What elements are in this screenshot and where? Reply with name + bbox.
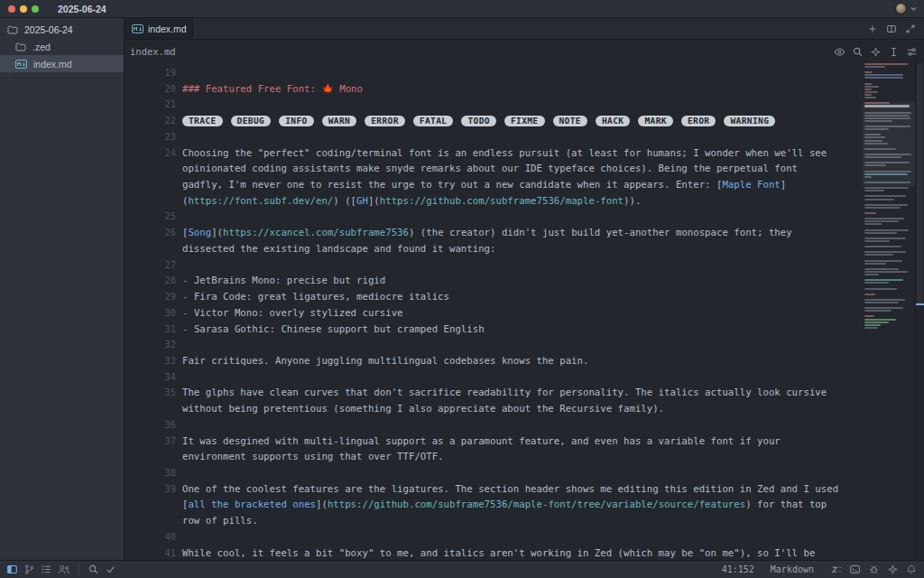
project-panel-toggle-icon[interactable] xyxy=(6,564,18,575)
editor-line[interactable]: 32 xyxy=(125,337,863,353)
sidebar-item-index-md[interactable]: index.md xyxy=(0,55,124,72)
editor-line[interactable]: 34 xyxy=(125,369,863,386)
editor-line[interactable]: gadfly, I'm never one to resist the urge… xyxy=(125,177,863,193)
tag-pill: TODO xyxy=(461,116,495,127)
cursor-position[interactable]: 41:152 xyxy=(722,564,754,574)
line-content: It was desgined with multi-lingual suppo… xyxy=(182,434,781,450)
editor-buffer[interactable]: 1920### Featured Free Font: 🍁 Mono2122TR… xyxy=(125,63,863,560)
editor-line[interactable]: 24Choosing the "perfect" coding/terminal… xyxy=(125,145,863,162)
editor-line[interactable]: 30- Victor Mono: overly stylized cursive xyxy=(125,305,863,322)
terminal-panel-icon[interactable] xyxy=(849,564,861,575)
editor-line[interactable]: 28- JetBrains Mono: precise but rigid xyxy=(125,273,863,289)
minimap[interactable] xyxy=(863,58,915,560)
editor-line[interactable]: 36 xyxy=(125,417,863,434)
minimap-line xyxy=(864,199,894,200)
editor-line[interactable]: 20### Featured Free Font: 🍁 Mono xyxy=(125,81,863,98)
line-number: 22 xyxy=(125,113,176,129)
editor-lines: 1920### Featured Free Font: 🍁 Mono2122TR… xyxy=(125,65,863,560)
inline-assist-sparkle-icon[interactable] xyxy=(870,46,882,58)
editor-line[interactable]: 27 xyxy=(125,257,863,274)
editor-line[interactable]: (https://font.subf.dev/en/) ([GH](https:… xyxy=(125,193,863,210)
project-title[interactable]: 2025-06-24 xyxy=(58,4,106,14)
zoom-window-button[interactable] xyxy=(32,5,39,13)
scrollbar-cursor-marker xyxy=(916,303,924,305)
close-window-button[interactable] xyxy=(8,5,15,13)
editor-line[interactable]: row of pills. xyxy=(125,513,863,529)
minimap-line xyxy=(864,260,902,262)
outline-panel-icon[interactable] xyxy=(41,564,52,575)
notification-bell-icon[interactable] xyxy=(906,564,917,575)
line-number xyxy=(125,449,176,465)
line-content: dissected the existing landscape and fou… xyxy=(182,241,495,257)
editor-line[interactable]: 26[Song](https://xcancel.com/subframe753… xyxy=(125,225,863,241)
chevron-down-icon[interactable] xyxy=(910,5,918,13)
editor-line[interactable]: 21 xyxy=(125,97,863,113)
minimap-line xyxy=(864,223,882,225)
tag-pill: HACK xyxy=(596,116,630,127)
editor-line[interactable]: 25 xyxy=(125,209,863,225)
line-number: 23 xyxy=(125,129,176,145)
breadcrumb[interactable]: index.md xyxy=(130,46,176,57)
minimap-line xyxy=(864,77,903,79)
editor-line[interactable]: opinionated coding assistants make snyde… xyxy=(125,161,863,177)
ibeam-cursor-icon[interactable] xyxy=(888,46,900,58)
editor-line[interactable]: 19 xyxy=(125,65,863,81)
editor-line[interactable]: 35The glphs have clean curves that don't… xyxy=(125,385,863,401)
split-pane-icon[interactable] xyxy=(886,23,897,34)
buffer-search-icon[interactable] xyxy=(852,46,864,58)
project-search-icon[interactable] xyxy=(88,564,99,575)
tag-pill: FATAL xyxy=(413,116,454,127)
edit-prediction-icon[interactable] xyxy=(830,564,842,575)
tab-label: index.md xyxy=(148,23,187,34)
line-number xyxy=(125,401,176,417)
preview-eye-icon[interactable] xyxy=(834,46,845,58)
git-branch-icon[interactable] xyxy=(23,564,35,575)
editor-line[interactable]: 39One of the coolest features are the li… xyxy=(125,481,863,498)
line-number: 24 xyxy=(125,145,176,162)
collab-panel-icon[interactable] xyxy=(58,564,70,575)
editor-line[interactable]: 40 xyxy=(125,529,863,545)
language-selector[interactable]: Markdown xyxy=(771,564,814,574)
tab-index-md[interactable]: index.md xyxy=(125,18,193,39)
scrollbar-thumb[interactable] xyxy=(917,63,923,305)
minimap-viewport-indicator[interactable] xyxy=(863,102,915,186)
diagnostics-check-icon[interactable] xyxy=(105,564,116,575)
line-content: gadfly, I'm never one to resist the urge… xyxy=(182,177,786,193)
editor-line[interactable]: 38 xyxy=(125,465,863,481)
new-tab-plus-icon[interactable] xyxy=(867,23,878,34)
editor-line[interactable]: [all the bracketed ones](https://github.… xyxy=(125,497,863,513)
editor-line[interactable]: without being pretentious (something I a… xyxy=(125,401,863,417)
editor-line[interactable]: 41While cool, it feels a bit "boxy" to m… xyxy=(125,545,863,560)
sidebar-item-zed-folder[interactable]: .zed xyxy=(0,38,124,55)
editor-line[interactable]: 23 xyxy=(125,129,863,145)
line-number: 33 xyxy=(125,353,176,369)
editor-line[interactable]: 33Fair critiques. Anyone juggling multil… xyxy=(125,353,863,369)
sidebar-item-label: .zed xyxy=(32,42,51,52)
line-content: [all the bracketed ones](https://github.… xyxy=(182,497,827,513)
editor-line[interactable]: 31- Sarasa Gothic: Chinese support but c… xyxy=(125,322,863,338)
line-number xyxy=(125,193,176,210)
project-root-row[interactable]: 2025-06-24 xyxy=(0,21,124,38)
editor-controls-sliders-icon[interactable] xyxy=(906,46,918,58)
minimap-line xyxy=(864,302,899,303)
editor-line[interactable]: 22TRACEDEBUGINFOWARNERRORFATALTODOFIXMEN… xyxy=(125,113,863,129)
folder-icon xyxy=(15,42,26,51)
line-content: The glphs have clean curves that don't s… xyxy=(182,385,827,401)
editor-line[interactable]: 29- Fira Code: great ligatures, mediocre… xyxy=(125,289,863,305)
editor-line[interactable]: dissected the existing landscape and fou… xyxy=(125,241,863,257)
maximize-icon[interactable] xyxy=(905,23,916,34)
tag-pill: EROR xyxy=(681,116,716,127)
minimap-line xyxy=(864,63,908,65)
editor-line[interactable]: 37It was desgined with multi-lingual sup… xyxy=(125,434,863,450)
tab-bar: index.md xyxy=(125,18,924,40)
minimap-line xyxy=(864,66,885,68)
debugger-bug-icon[interactable] xyxy=(868,564,880,575)
editor-scrollbar[interactable] xyxy=(915,58,924,560)
tag-pill: MARK xyxy=(638,116,672,127)
editor-line[interactable]: environment supports using that over TTF… xyxy=(125,449,863,465)
avatar[interactable] xyxy=(895,3,907,14)
minimap-line xyxy=(864,97,876,98)
agent-sparkle-icon[interactable] xyxy=(887,564,899,575)
line-number xyxy=(125,177,176,193)
minimize-window-button[interactable] xyxy=(20,5,27,13)
